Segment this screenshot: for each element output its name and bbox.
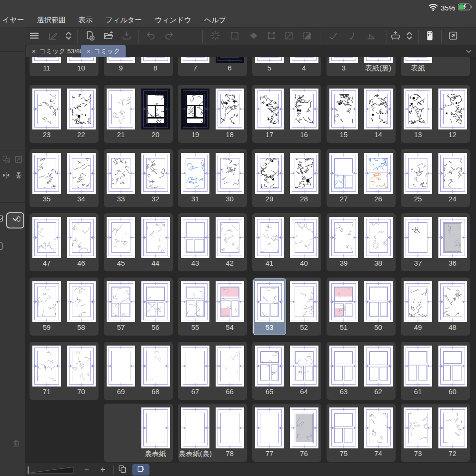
page-slot-42[interactable]: 42 xyxy=(213,213,248,271)
page-slot-53[interactable]: 53 xyxy=(252,278,287,336)
menu-item-5[interactable]: ヘルプ xyxy=(204,16,226,25)
page-slot-41[interactable]: 41 xyxy=(252,213,287,271)
page-slot-78[interactable]: 78 xyxy=(213,404,248,462)
page-slot-67[interactable]: 67 xyxy=(178,342,213,400)
page-slot-58[interactable]: 58 xyxy=(64,278,99,336)
page-slot-34[interactable]: 34 xyxy=(64,149,99,207)
page-slot-52[interactable]: 52 xyxy=(287,278,322,336)
menu-item-0[interactable]: イヤー xyxy=(2,16,24,25)
page-slot-69[interactable]: 69 xyxy=(104,342,139,400)
page-slot-26[interactable]: 26 xyxy=(361,149,396,207)
open-file-button[interactable] xyxy=(100,28,117,45)
page-slot-33[interactable]: 33 xyxy=(104,149,139,207)
page-slot-11[interactable]: 11 xyxy=(30,57,64,76)
page-slot-39[interactable]: 39 xyxy=(327,213,361,271)
page-slot-5[interactable]: 5 xyxy=(252,57,287,76)
page-slot-表紙(裏)[interactable]: 表紙(裏) xyxy=(361,57,396,76)
page-slot-25[interactable]: 25 xyxy=(401,149,436,207)
page-slot-17[interactable]: 17 xyxy=(252,85,287,143)
page-slot-60[interactable]: 60 xyxy=(436,342,470,400)
page-slot-71[interactable]: 71 xyxy=(30,342,64,400)
page-slot-9[interactable]: 9 xyxy=(104,57,139,76)
page-slot-50[interactable]: 50 xyxy=(361,278,396,336)
page-slot-76[interactable]: 76 xyxy=(287,404,322,462)
page-slot-29[interactable]: 29 xyxy=(252,149,287,207)
page-slot-24[interactable]: 24 xyxy=(436,149,470,207)
tab-close-icon[interactable]: × xyxy=(87,48,90,55)
page-slot-49[interactable]: 49 xyxy=(401,278,436,336)
page-slot-35[interactable]: 35 xyxy=(30,149,64,207)
delete-page-button[interactable] xyxy=(10,438,22,450)
transform-button[interactable] xyxy=(263,28,280,45)
page-slot-74[interactable]: 74 xyxy=(361,404,396,462)
tab-list-chevron-icon[interactable] xyxy=(465,47,473,58)
page-slot-61[interactable]: 61 xyxy=(401,342,436,400)
page-slot-70[interactable]: 70 xyxy=(64,342,99,400)
page-slot-7[interactable]: 7 xyxy=(178,57,213,76)
page-slot-57[interactable]: 57 xyxy=(104,278,139,336)
redo-button[interactable] xyxy=(160,28,178,45)
snap-grid-button[interactable] xyxy=(363,28,380,45)
companion-switch-button[interactable] xyxy=(401,28,418,45)
page-slot-23[interactable]: 23 xyxy=(30,85,64,143)
page-slot-62[interactable]: 62 xyxy=(361,342,396,400)
page-slot-45[interactable]: 45 xyxy=(104,213,139,271)
page-slot-3[interactable]: 3 xyxy=(327,57,361,76)
page-slot-63[interactable]: 63 xyxy=(327,342,361,400)
page-slot-64[interactable]: 64 xyxy=(287,342,322,400)
page-slot-8[interactable]: 8 xyxy=(139,57,173,76)
tab-close-icon[interactable]: × xyxy=(32,48,36,55)
page-slot-裏表紙(裏)[interactable]: 裏表紙(裏) xyxy=(178,404,213,462)
page-slot-47[interactable]: 47 xyxy=(30,213,64,271)
edit-in-app-button[interactable] xyxy=(45,28,62,45)
page-slot-44[interactable]: 44 xyxy=(139,213,173,271)
page-slot-13[interactable]: 13 xyxy=(401,85,436,143)
stepper-button[interactable] xyxy=(13,214,24,226)
fill-button[interactable] xyxy=(245,28,262,45)
panel-icon[interactable] xyxy=(0,240,5,252)
flip-spread-button[interactable] xyxy=(0,170,12,182)
page-slot-20[interactable]: 20 xyxy=(139,85,173,143)
page-slot-73[interactable]: 73 xyxy=(401,404,436,462)
page-slot-22[interactable]: 22 xyxy=(64,85,99,143)
page-slot-65[interactable]: 65 xyxy=(252,342,287,400)
page-manager-grid[interactable]: 11 10 9 8 xyxy=(25,57,476,463)
new-page-button[interactable] xyxy=(81,28,99,45)
tab-comic-53-80[interactable]: × コミック 53/80 xyxy=(26,45,89,57)
swap-pages-button[interactable] xyxy=(0,155,12,166)
main-menu-button[interactable] xyxy=(26,28,43,45)
page-slot-裏表紙[interactable]: 裏表紙 xyxy=(139,404,173,462)
thumbnail-size-button[interactable] xyxy=(117,464,128,476)
page-slot-14[interactable]: 14 xyxy=(361,85,396,143)
page-slot-18[interactable]: 18 xyxy=(213,85,248,143)
page-slot-46[interactable]: 46 xyxy=(64,213,99,271)
edge-keyboard-button[interactable] xyxy=(421,28,438,45)
tab-comic-active[interactable]: × コミック xyxy=(81,45,126,57)
fullscreen-button[interactable] xyxy=(445,28,462,45)
page-slot-4[interactable]: 4 xyxy=(287,57,322,76)
page-slot-15[interactable]: 15 xyxy=(327,85,361,143)
deselect-button[interactable] xyxy=(280,28,298,45)
menu-item-4[interactable]: ウィンドウ xyxy=(155,16,191,25)
page-slot-10[interactable]: 10 xyxy=(64,57,99,76)
save-button[interactable] xyxy=(118,28,135,45)
page-slot-6[interactable]: 6 xyxy=(213,57,248,76)
page-slot-27[interactable]: 27 xyxy=(327,149,361,207)
processing-button[interactable] xyxy=(207,28,224,45)
snap-special-ruler-button[interactable] xyxy=(345,28,362,45)
zoom-out-button[interactable]: − xyxy=(81,464,92,476)
fit-vertical-button[interactable] xyxy=(13,170,24,182)
zoom-slider[interactable] xyxy=(27,466,75,476)
zoom-in-button[interactable]: + xyxy=(97,464,109,476)
image-panel-icon[interactable] xyxy=(0,213,5,224)
page-slot-55[interactable]: 55 xyxy=(178,278,213,336)
page-slot-40[interactable]: 40 xyxy=(287,213,322,271)
undo-button[interactable] xyxy=(142,28,159,45)
page-slot-54[interactable]: 54 xyxy=(213,278,248,336)
tool-switch-button[interactable] xyxy=(60,28,77,45)
invert-selection-button[interactable] xyxy=(298,28,316,45)
page-slot-表紙[interactable]: 表紙 xyxy=(401,57,436,76)
page-slot-66[interactable]: 66 xyxy=(213,342,248,400)
snap-ruler-button[interactable] xyxy=(325,28,342,45)
page-slot-48[interactable]: 48 xyxy=(436,278,470,336)
